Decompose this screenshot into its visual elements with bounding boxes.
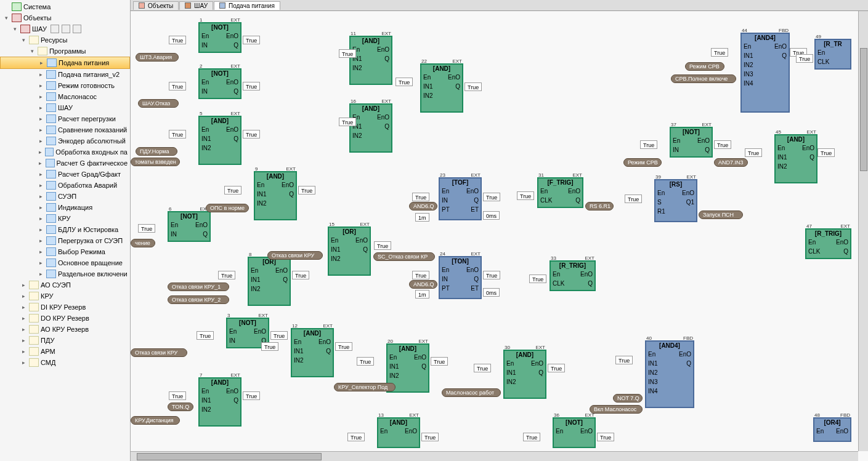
fbd-block[interactable]: 39EXT[RS]EnEnOSQ1R1 <box>654 179 697 222</box>
tree-program-item[interactable]: ▸Выбор Режима <box>0 246 130 257</box>
fbd-block[interactable]: 30EXT[AND]EnEnOIN1QIN2 <box>503 350 546 399</box>
fbd-block[interactable]: 15EXT[OR]EnEnOIN1QIN2 <box>328 226 371 276</box>
variable-tag[interactable]: RS 6.R1 <box>585 202 614 210</box>
value-field[interactable]: True <box>529 275 546 283</box>
value-field[interactable]: True <box>339 49 356 58</box>
editor-tab[interactable]: Объекты <box>133 1 179 10</box>
variable-tag[interactable]: Вкл Маслонасос <box>590 405 643 414</box>
variable-tag[interactable]: AND6.Q <box>409 280 437 289</box>
tree-program-item[interactable]: ▸Расчет Gрад/Gфакт <box>0 169 130 180</box>
value-field[interactable]: 0ms <box>483 211 500 220</box>
tree-programs[interactable]: ▾Программы <box>0 46 130 57</box>
fbd-block[interactable]: 40FBD[AND4]EnEnOIN1QIN2IN3IN4 <box>645 340 694 408</box>
tree-program-item[interactable]: ▸КРУ <box>0 213 130 224</box>
tree-folder-item[interactable]: ▸DO КРУ Резерв <box>0 313 130 324</box>
variable-tag[interactable]: Отказ связи КРУ_1 <box>168 283 229 291</box>
value-field[interactable]: True <box>169 36 186 44</box>
tree-program-item[interactable]: ▸СУЭП <box>0 191 130 202</box>
variable-tag[interactable]: Отказ связи КРУ <box>267 251 323 260</box>
value-field[interactable]: True <box>431 357 448 366</box>
variable-tag[interactable]: ШТЗ.Авария <box>136 53 179 62</box>
tree-program-item[interactable]: ▸ШАУ <box>0 102 130 113</box>
value-field[interactable]: True <box>169 130 186 138</box>
fbd-block[interactable]: 36EXT[NOT]EnEnO <box>553 417 596 448</box>
scroll-thumb[interactable] <box>137 453 322 460</box>
tree-program-item[interactable]: ▸Расчет перегрузки <box>0 113 130 124</box>
value-field[interactable]: True <box>138 224 155 233</box>
fbd-canvas[interactable]: 1EXT[NOT]EnEnOINQ2EXT[NOT]EnEnOINQ5EXT[A… <box>131 11 868 460</box>
value-field[interactable]: True <box>474 364 491 372</box>
tree-folder-item[interactable]: ▸СМД <box>0 357 130 368</box>
value-field[interactable]: True <box>714 140 731 149</box>
value-field[interactable]: True <box>261 342 278 351</box>
fbd-block[interactable]: 49[R_TREnCLK <box>814 39 851 70</box>
value-field[interactable]: True <box>218 271 235 279</box>
value-field[interactable]: True <box>597 433 614 441</box>
tree-program-item[interactable]: ▸Подача питания <box>0 57 130 69</box>
variable-tag[interactable]: Запуск ПСН <box>699 210 743 219</box>
tree-objects[interactable]: ▾Объекты <box>0 12 130 23</box>
tree-program-item[interactable]: ▸Расчет G фактическое <box>0 158 130 169</box>
value-field[interactable]: 1m <box>415 213 429 222</box>
tree-program-item[interactable]: ▸Обработка входных па <box>0 146 130 158</box>
value-field[interactable]: True <box>517 191 534 200</box>
fbd-block[interactable]: 1EXT[NOT]EnEnOINQ <box>198 22 241 53</box>
value-field[interactable]: True <box>615 356 633 364</box>
fbd-block[interactable]: 12EXT[AND]EnEnOIN1QIN2 <box>291 328 334 377</box>
fbd-block[interactable]: 23EXT[TOF]EnEnOINQPTET <box>439 177 482 220</box>
value-field[interactable]: True <box>298 186 315 194</box>
tree-folder-item[interactable]: ▸АО СУЭП <box>0 279 130 291</box>
value-field[interactable]: True <box>197 331 214 340</box>
variable-tag[interactable]: Режим СРВ <box>623 158 662 167</box>
tree-folder-item[interactable]: ▸АО КРУ Резерв <box>0 324 130 335</box>
value-field[interactable]: True <box>169 391 186 400</box>
value-field[interactable]: True <box>412 193 429 201</box>
tree-program-item[interactable]: ▸Энкодер абсолютный <box>0 135 130 146</box>
fbd-block[interactable]: 24EXT[TON]EnEnOINQPTET <box>439 256 482 299</box>
tree-folder-item[interactable]: ▸АРМ <box>0 346 130 357</box>
value-field[interactable]: True <box>374 241 391 250</box>
fbd-block[interactable]: 5EXT[AND]EnEnOIN1QIN2 <box>198 116 241 165</box>
horizontal-scrollbar[interactable] <box>131 451 858 461</box>
value-field[interactable]: 1m <box>415 290 429 299</box>
fbd-block[interactable]: 45EXT[AND]EnEnOIN1QIN2 <box>774 134 817 183</box>
variable-tag[interactable]: SC_Отказ связи КР <box>373 252 435 261</box>
tree-program-item[interactable]: ▸Режим готовность <box>0 80 130 91</box>
variable-tag[interactable]: Маслонасос работ <box>442 388 501 397</box>
variable-tag[interactable]: КРУ.Дистанция <box>131 416 180 425</box>
variable-tag[interactable]: ОПС в норме <box>206 204 249 212</box>
tree-folder-item[interactable]: ▸DI КРУ Резерв <box>0 302 130 313</box>
value-field[interactable]: True <box>711 48 728 57</box>
value-field[interactable]: True <box>243 36 260 44</box>
fbd-block[interactable]: 13EXT[AND]EnEnO <box>377 417 420 448</box>
editor-tab[interactable]: ШАУ <box>179 1 213 10</box>
fbd-block[interactable]: 6EXT[NOT]EnEnOINQ <box>168 211 211 242</box>
value-field[interactable]: True <box>270 331 288 340</box>
value-field[interactable]: True <box>796 54 813 63</box>
fbd-block[interactable]: 37EXT[NOT]EnEnOINQ <box>670 127 713 158</box>
editor-tab[interactable]: Подача питания <box>214 1 280 10</box>
value-field[interactable]: True <box>817 148 835 157</box>
value-field[interactable]: True <box>169 82 186 90</box>
value-field[interactable]: True <box>347 433 365 441</box>
fbd-block[interactable]: 2EXT[NOT]EnEnOINQ <box>198 68 241 99</box>
variable-tag[interactable]: TON.Q <box>168 403 193 411</box>
value-field[interactable]: True <box>357 357 374 366</box>
tree-program-item[interactable]: ▸Подача питания_v2 <box>0 69 130 80</box>
scroll-thumb[interactable] <box>860 48 867 171</box>
variable-tag[interactable]: NOT 7.Q <box>613 394 643 403</box>
variable-tag[interactable]: Отказ связи КРУ <box>131 348 187 357</box>
variable-tag[interactable]: Отказ связи КРУ_2 <box>168 295 229 304</box>
value-field[interactable]: True <box>523 433 540 441</box>
value-field[interactable]: True <box>548 364 565 372</box>
fbd-block[interactable]: 33EXT[R_TRIG]EnEnOCLKQ <box>550 260 596 291</box>
tree-program-item[interactable]: ▸Раздельное включени <box>0 268 130 279</box>
tree-system[interactable]: Система <box>0 1 130 12</box>
fbd-block[interactable]: 9EXT[AND]EnEnOIN1QIN2 <box>254 171 297 220</box>
value-field[interactable]: True <box>640 140 657 149</box>
value-field[interactable]: True <box>421 433 439 441</box>
variable-tag[interactable]: СРВ.Полное включе <box>671 74 736 83</box>
value-field[interactable]: True <box>243 82 260 90</box>
value-field[interactable]: True <box>339 118 356 126</box>
tree-folder-item[interactable]: ▸КРУ <box>0 291 130 302</box>
